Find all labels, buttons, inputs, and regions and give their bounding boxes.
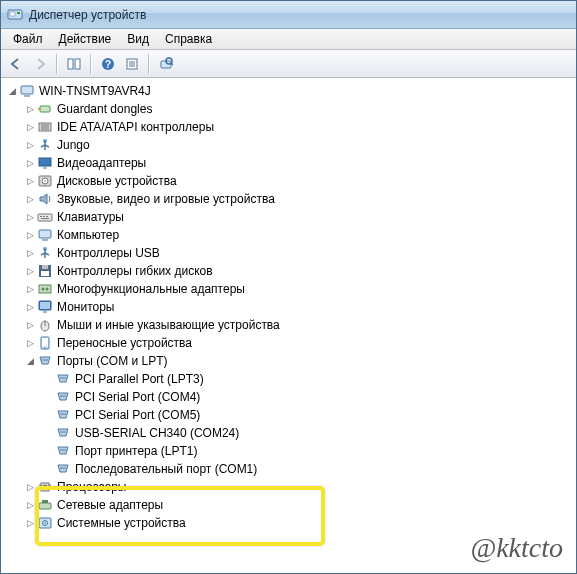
- tree-category[interactable]: ▷Мыши и иные указывающие устройства: [3, 316, 576, 334]
- expand-icon[interactable]: ▷: [23, 210, 37, 224]
- help-button[interactable]: ?: [97, 53, 119, 75]
- tree-item-port[interactable]: ·Последовательный порт (COM1): [3, 460, 576, 478]
- item-label: Видеоадаптеры: [57, 156, 146, 170]
- svg-point-76: [64, 467, 66, 469]
- svg-text:?: ?: [105, 59, 111, 70]
- back-button[interactable]: [5, 53, 27, 75]
- menu-help[interactable]: Справка: [157, 30, 220, 48]
- svg-point-30: [44, 180, 46, 182]
- expand-icon[interactable]: ▷: [23, 228, 37, 242]
- category-label: Порты (COM и LPT): [57, 354, 168, 368]
- tree-category[interactable]: ▷Сетевые адаптеры: [3, 496, 576, 514]
- expand-icon[interactable]: ▷: [23, 336, 37, 350]
- svg-rect-37: [42, 239, 48, 241]
- tree-category[interactable]: ▷Многофункциональные адаптеры: [3, 280, 576, 298]
- svg-rect-27: [43, 167, 47, 169]
- svg-rect-33: [43, 216, 45, 217]
- svg-point-59: [60, 377, 62, 379]
- tree-item-port[interactable]: ·PCI Serial Port (COM5): [3, 406, 576, 424]
- sound-icon: [37, 191, 53, 207]
- svg-point-61: [64, 377, 66, 379]
- tree-category[interactable]: ▷Guardant dongles: [3, 100, 576, 118]
- svg-point-47: [46, 288, 49, 291]
- tree-category[interactable]: ▷Jungo: [3, 136, 576, 154]
- port-icon: [55, 443, 71, 459]
- tree-item-port[interactable]: ·PCI Serial Port (COM4): [3, 388, 576, 406]
- device-tree[interactable]: ◢ WIN-TNSMT9AVR4J ▷Guardant dongles▷IDE …: [1, 78, 576, 573]
- expand-icon[interactable]: ▷: [23, 498, 37, 512]
- tree-root[interactable]: ◢ WIN-TNSMT9AVR4J: [3, 82, 576, 100]
- menu-view[interactable]: Вид: [119, 30, 157, 48]
- expand-icon[interactable]: ▷: [23, 282, 37, 296]
- expand-icon[interactable]: ▷: [23, 300, 37, 314]
- tree-category[interactable]: ▷Контроллеры гибких дисков: [3, 262, 576, 280]
- forward-button[interactable]: [29, 53, 51, 75]
- usb-icon: [37, 137, 53, 153]
- scan-hardware-button[interactable]: [155, 53, 177, 75]
- properties-button[interactable]: [121, 53, 143, 75]
- tree-category[interactable]: ▷Звуковые, видео и игровые устройства: [3, 190, 576, 208]
- tree-category[interactable]: ▷Дисковые устройства: [3, 172, 576, 190]
- app-icon: [7, 7, 23, 23]
- expand-icon[interactable]: ▷: [23, 120, 37, 134]
- net-icon: [37, 497, 53, 513]
- svg-rect-50: [43, 311, 47, 313]
- tree-item-port[interactable]: ·USB-SERIAL CH340 (COM24): [3, 424, 576, 442]
- toolbar-separator: [90, 54, 92, 74]
- tree-category[interactable]: ▷Контроллеры USB: [3, 244, 576, 262]
- svg-point-57: [44, 359, 46, 361]
- expand-icon[interactable]: ▷: [23, 264, 37, 278]
- tree-category[interactable]: ▷Мониторы: [3, 298, 576, 316]
- tree-category[interactable]: ▷Процессоры: [3, 478, 576, 496]
- tree-category[interactable]: ▷Видеоадаптеры: [3, 154, 576, 172]
- expand-icon[interactable]: ▷: [23, 102, 37, 116]
- svg-rect-44: [41, 271, 49, 276]
- svg-rect-4: [75, 59, 80, 69]
- port-icon: [55, 371, 71, 387]
- computer-icon: [19, 83, 35, 99]
- svg-point-75: [62, 467, 64, 469]
- dongle-icon: [37, 101, 53, 117]
- expand-icon[interactable]: ▷: [23, 156, 37, 170]
- item-label: Последовательный порт (COM1): [75, 462, 257, 476]
- tree-item-port[interactable]: ·PCI Parallel Port (LPT3): [3, 370, 576, 388]
- svg-rect-84: [42, 500, 48, 503]
- tree-category[interactable]: ▷IDE ATA/ATAPI контроллеры: [3, 118, 576, 136]
- tree-category[interactable]: ▷Компьютер: [3, 226, 576, 244]
- keyboard-icon: [37, 209, 53, 225]
- mouse-icon: [37, 317, 53, 333]
- item-label: PCI Serial Port (COM4): [75, 390, 200, 404]
- toolbar-separator: [148, 54, 150, 74]
- menu-file[interactable]: Файл: [5, 30, 51, 48]
- svg-point-71: [60, 449, 62, 451]
- expand-icon[interactable]: ▷: [23, 174, 37, 188]
- menubar: Файл Действие Вид Справка: [1, 29, 576, 50]
- expand-icon[interactable]: ▷: [23, 480, 37, 494]
- item-label: Контроллеры гибких дисков: [57, 264, 213, 278]
- tree-item-port[interactable]: ·Порт принтера (LPT1): [3, 442, 576, 460]
- titlebar[interactable]: Диспетчер устройств: [1, 1, 576, 29]
- svg-rect-43: [42, 265, 48, 269]
- item-label: Системные устройства: [57, 516, 186, 530]
- tree-category-ports[interactable]: ◢ Порты (COM и LPT): [3, 352, 576, 370]
- expand-icon[interactable]: ▷: [23, 138, 37, 152]
- svg-point-62: [60, 395, 62, 397]
- svg-point-70: [64, 431, 66, 433]
- expand-icon[interactable]: ◢: [5, 84, 19, 98]
- tree-category[interactable]: ▷Переносные устройства: [3, 334, 576, 352]
- port-icon: [37, 353, 53, 369]
- svg-point-65: [60, 413, 62, 415]
- svg-rect-32: [40, 216, 42, 217]
- floppy-icon: [37, 263, 53, 279]
- menu-action[interactable]: Действие: [51, 30, 120, 48]
- collapse-icon[interactable]: ◢: [23, 354, 37, 368]
- expand-icon[interactable]: ▷: [23, 318, 37, 332]
- tree-category[interactable]: ▷Клавиатуры: [3, 208, 576, 226]
- show-hide-console-button[interactable]: [63, 53, 85, 75]
- svg-point-55: [44, 347, 46, 349]
- expand-icon[interactable]: ▷: [23, 192, 37, 206]
- expand-icon[interactable]: ▷: [23, 246, 37, 260]
- expand-icon[interactable]: ▷: [23, 516, 37, 530]
- tree-category[interactable]: ▷Системные устройства: [3, 514, 576, 532]
- svg-point-67: [64, 413, 66, 415]
